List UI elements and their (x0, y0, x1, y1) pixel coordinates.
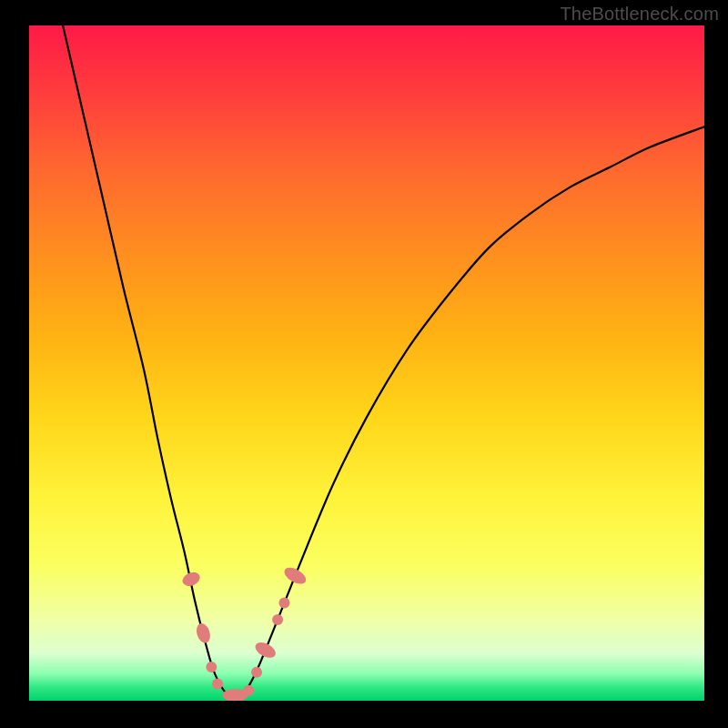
chart-svg (29, 25, 704, 701)
data-marker (278, 597, 289, 608)
plot-area (29, 25, 704, 701)
chart-frame: TheBottleneck.com (0, 0, 728, 728)
data-marker (206, 662, 217, 672)
data-marker (243, 685, 254, 696)
bottleneck-curve (63, 25, 704, 698)
data-marker (180, 570, 202, 589)
data-marker (272, 614, 283, 625)
data-marker (194, 622, 212, 644)
data-marker (253, 640, 278, 662)
data-marker (212, 678, 223, 689)
data-marker (282, 564, 309, 587)
data-markers (180, 564, 308, 701)
data-marker (251, 667, 262, 678)
watermark-text: TheBottleneck.com (560, 4, 719, 25)
